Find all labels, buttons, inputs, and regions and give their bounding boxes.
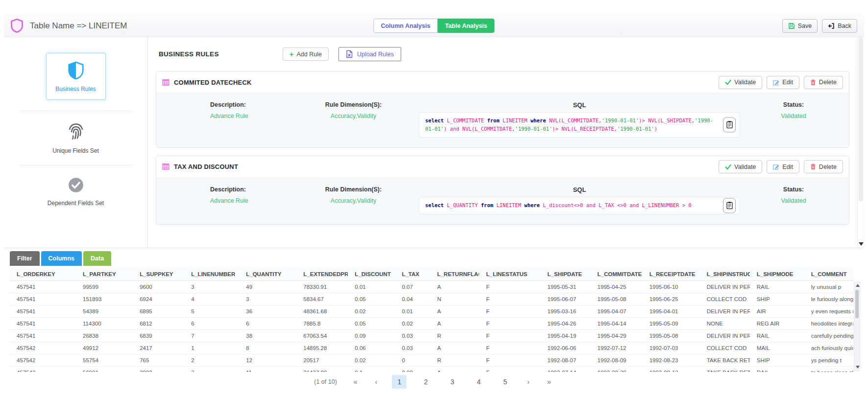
table-cell: 36	[239, 305, 296, 318]
table-cell: 0.01	[348, 281, 395, 293]
page-button[interactable]: 2	[418, 375, 433, 389]
table-scrollbar[interactable]	[854, 281, 860, 371]
first-page-button[interactable]: «	[351, 376, 361, 388]
table-cell: 1995-05-08	[591, 293, 643, 305]
description-value: Advance Rule	[210, 113, 291, 119]
scroll-up-arrow-icon[interactable]	[856, 284, 860, 287]
divider	[19, 111, 133, 111]
scrollbar-thumb[interactable]	[859, 37, 863, 201]
table-cell: 1995-04-25	[591, 281, 643, 293]
table-cell: 457542	[10, 367, 76, 373]
table-cell: A	[430, 342, 479, 354]
table-cell: 1995-06-25	[643, 293, 700, 305]
table-cell: 6	[239, 318, 296, 330]
table-cell: 457541	[10, 293, 76, 305]
page-button[interactable]: 5	[498, 375, 512, 389]
prev-page-button[interactable]: ‹	[372, 376, 381, 388]
rules-list: COMMITED DATECHECK Validate Edit	[156, 71, 849, 225]
panel-scrollbar[interactable]	[857, 37, 864, 248]
table-cell: 0.04	[395, 293, 430, 305]
add-rule-button[interactable]: + Add Rule	[283, 47, 329, 61]
table-cell: 11	[239, 367, 296, 373]
next-page-button[interactable]: ›	[524, 376, 532, 388]
table-cell: 114300	[76, 318, 133, 330]
back-button[interactable]: Back	[822, 19, 857, 33]
page-button[interactable]: 3	[445, 375, 459, 389]
edit-button[interactable]: Edit	[767, 160, 799, 173]
table-cell: 1	[184, 342, 239, 354]
sql-code: select L_COMMITDATE from LINEITEM where …	[419, 112, 740, 138]
rule-card-body: Description: Advance Rule Rule Dimension…	[156, 93, 849, 147]
business-rules-header: BUSINESS RULES + Add Rule Upload Rules	[159, 47, 849, 61]
validate-button[interactable]: Validate	[719, 76, 762, 89]
table-cell: 1992-08-09	[591, 354, 643, 367]
delete-button[interactable]: Delete	[804, 76, 843, 89]
column-header: L_PARTKEY	[76, 268, 133, 281]
table-cell: 0	[395, 354, 430, 367]
sql-code: select L_QUANTITY from LINEITEM where L_…	[419, 197, 740, 214]
table-grid-icon	[162, 163, 169, 170]
column-header: L_TAX	[395, 268, 430, 281]
tab-filter[interactable]: Filter	[10, 251, 40, 266]
validate-button[interactable]: Validate	[719, 160, 762, 173]
table-cell: 20517	[296, 354, 348, 367]
save-button[interactable]: Save	[782, 19, 818, 33]
column-header: L_SHIPMODE	[750, 268, 804, 281]
save-floppy-icon	[788, 23, 795, 29]
edit-label: Edit	[782, 164, 793, 170]
sidebar: Business Rules Unique Fields Set	[4, 37, 148, 248]
tab-data[interactable]: Data	[83, 251, 111, 266]
table-cell: 26838	[76, 330, 133, 342]
table-row: 45754255754765212205170.020RF1992-08-071…	[10, 354, 853, 367]
table-cell: F	[479, 330, 540, 342]
table-cell: 1992-08-07	[541, 354, 591, 367]
table-cell: 1992-08-13	[643, 367, 700, 373]
fingerprint-icon	[66, 122, 86, 141]
scroll-down-arrow-icon[interactable]	[856, 366, 860, 369]
upload-rules-button[interactable]: Upload Rules	[338, 47, 401, 61]
rule-card: TAX AND DISCOUNT Validate Edit	[156, 156, 849, 225]
sidebar-item-business-rules[interactable]: Business Rules	[46, 45, 106, 108]
table-cell: F	[479, 342, 540, 354]
table-cell: 56991	[76, 367, 133, 373]
table-cell: ly unusual p	[804, 281, 853, 293]
table-row: 45754126838683973867063.540.090.03RF1995…	[10, 330, 853, 342]
delete-button[interactable]: Delete	[804, 160, 843, 173]
status-value: Validated	[747, 197, 840, 204]
sidebar-item-dependent-fields-set[interactable]: Dependent Fields Set	[48, 168, 104, 214]
table-cell: y even requests ma	[804, 305, 853, 318]
table-cell: NONE	[700, 318, 750, 330]
column-header: L_ORDERKEY	[10, 268, 76, 281]
table-cell: 67063.54	[296, 330, 348, 342]
table-cell: 0.06	[348, 342, 395, 354]
column-header: L_LINESTATUS	[479, 268, 540, 281]
edit-button[interactable]: Edit	[767, 76, 799, 89]
table-cell: 0.01	[395, 305, 430, 318]
copy-sql-button[interactable]	[723, 198, 736, 213]
column-header: L_RECEIPTDATE	[643, 268, 700, 281]
table-cell: 5	[184, 305, 239, 318]
column-header: L_RETURNFLAG	[430, 268, 479, 281]
table-cell: 55754	[76, 354, 133, 367]
scroll-down-arrow-icon[interactable]	[859, 242, 864, 246]
rule-name: COMMITED DATECHECK	[174, 79, 252, 86]
business-rules-panel: BUSINESS RULES + Add Rule Upload Rules	[148, 37, 864, 248]
analysis-tabs: Column Analysis Table Analysis	[373, 19, 494, 33]
tab-column-analysis[interactable]: Column Analysis	[373, 19, 437, 33]
last-page-button[interactable]: »	[544, 376, 554, 388]
table-cell: 2002	[133, 367, 184, 373]
table-cell: 21427.89	[296, 367, 348, 373]
page-button[interactable]: 1	[392, 375, 407, 389]
sidebar-item-unique-fields-set[interactable]: Unique Fields Set	[52, 114, 99, 162]
tab-columns[interactable]: Columns	[41, 251, 82, 266]
page-button[interactable]: 4	[471, 375, 486, 389]
table-cell: 457541	[10, 318, 76, 330]
table-cell: 14895.28	[296, 342, 348, 354]
table-scrollbar-thumb[interactable]	[855, 290, 859, 318]
tab-table-analysis[interactable]: Table Analysis	[437, 19, 494, 33]
check-icon	[725, 79, 731, 85]
copy-sql-button[interactable]	[723, 117, 736, 132]
table-cell: 0.03	[395, 330, 430, 342]
table-cell: le furiously alongsi	[804, 293, 853, 305]
table-cell: R	[430, 330, 479, 342]
